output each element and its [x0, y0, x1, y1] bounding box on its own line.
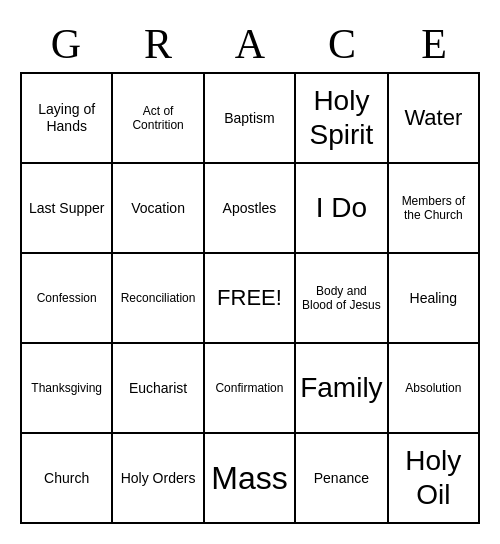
bingo-cell-18: Family	[296, 344, 388, 434]
bingo-cell-8: I Do	[296, 164, 388, 254]
bingo-cell-5: Last Supper	[22, 164, 113, 254]
bingo-cell-22: Mass	[205, 434, 296, 524]
header-letter-g: G	[22, 20, 110, 68]
bingo-cell-text-18: Family	[300, 371, 382, 405]
bingo-cell-text-1: Act of Contrition	[117, 104, 198, 133]
bingo-cell-text-22: Mass	[211, 459, 287, 497]
bingo-cell-text-13: Body and Blood of Jesus	[300, 284, 382, 313]
bingo-cell-text-16: Eucharist	[129, 380, 187, 397]
bingo-cell-text-9: Members of the Church	[393, 194, 474, 223]
bingo-cell-text-19: Absolution	[405, 381, 461, 395]
header-letter-c: C	[298, 20, 386, 68]
bingo-cell-text-15: Thanksgiving	[31, 381, 102, 395]
bingo-cell-text-3: Holy Spirit	[300, 84, 382, 151]
bingo-cell-4: Water	[389, 74, 480, 164]
header-letter-r: R	[114, 20, 202, 68]
bingo-cell-13: Body and Blood of Jesus	[296, 254, 388, 344]
bingo-cell-16: Eucharist	[113, 344, 204, 434]
bingo-cell-0: Laying of Hands	[22, 74, 113, 164]
bingo-cell-6: Vocation	[113, 164, 204, 254]
bingo-cell-1: Act of Contrition	[113, 74, 204, 164]
bingo-cell-10: Confession	[22, 254, 113, 344]
bingo-grid: Laying of HandsAct of ContritionBaptismH…	[20, 72, 480, 524]
bingo-cell-3: Holy Spirit	[296, 74, 388, 164]
bingo-cell-text-11: Reconciliation	[121, 291, 196, 305]
bingo-cell-text-20: Church	[44, 470, 89, 487]
bingo-cell-text-4: Water	[404, 105, 462, 131]
bingo-cell-text-24: Holy Oil	[393, 444, 474, 511]
bingo-cell-text-10: Confession	[37, 291, 97, 305]
bingo-cell-11: Reconciliation	[113, 254, 204, 344]
bingo-cell-text-21: Holy Orders	[121, 470, 196, 487]
bingo-cell-2: Baptism	[205, 74, 296, 164]
bingo-cell-text-2: Baptism	[224, 110, 275, 127]
bingo-cell-24: Holy Oil	[389, 434, 480, 524]
bingo-cell-9: Members of the Church	[389, 164, 480, 254]
bingo-cell-text-7: Apostles	[223, 200, 277, 217]
bingo-cell-15: Thanksgiving	[22, 344, 113, 434]
bingo-cell-23: Penance	[296, 434, 388, 524]
bingo-cell-12: FREE!	[205, 254, 296, 344]
bingo-header: GRACE	[20, 20, 480, 68]
header-letter-e: E	[390, 20, 478, 68]
bingo-cell-text-23: Penance	[314, 470, 369, 487]
bingo-cell-19: Absolution	[389, 344, 480, 434]
bingo-cell-7: Apostles	[205, 164, 296, 254]
bingo-cell-text-14: Healing	[410, 290, 457, 307]
bingo-cell-17: Confirmation	[205, 344, 296, 434]
bingo-cell-14: Healing	[389, 254, 480, 344]
bingo-cell-20: Church	[22, 434, 113, 524]
bingo-cell-text-8: I Do	[316, 191, 367, 225]
bingo-cell-text-17: Confirmation	[215, 381, 283, 395]
header-letter-a: A	[206, 20, 294, 68]
bingo-cell-21: Holy Orders	[113, 434, 204, 524]
bingo-cell-text-5: Last Supper	[29, 200, 105, 217]
bingo-cell-text-6: Vocation	[131, 200, 185, 217]
bingo-cell-text-12: FREE!	[217, 285, 282, 311]
bingo-cell-text-0: Laying of Hands	[26, 101, 107, 135]
bingo-card: GRACE Laying of HandsAct of ContritionBa…	[10, 10, 490, 534]
